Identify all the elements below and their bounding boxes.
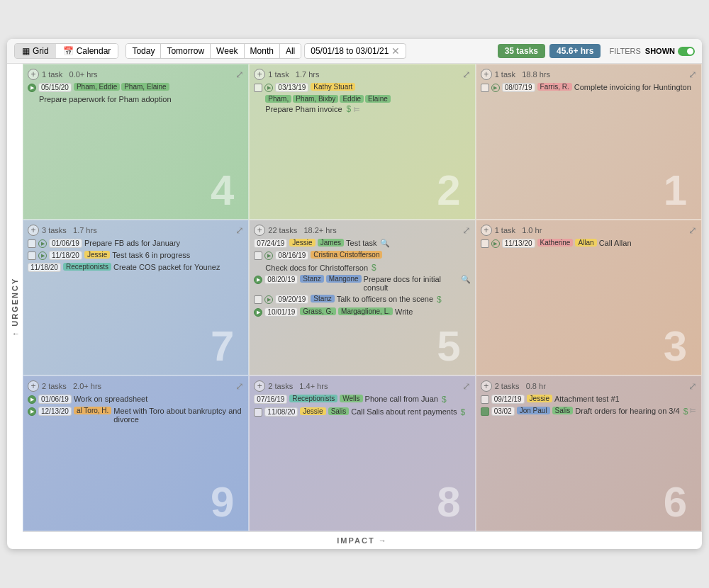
task-play-btn[interactable]: ▶ [38, 239, 47, 248]
task-date: 09/20/19 [275, 295, 308, 304]
task-date: 11/13/20 [502, 239, 535, 248]
expand-btn[interactable]: ⤢ [462, 225, 471, 236]
expand-btn[interactable]: ⤢ [462, 380, 471, 392]
expand-btn[interactable]: ⤢ [688, 225, 697, 236]
cell-number: 2 [437, 169, 460, 212]
cell-number: 4 [211, 169, 234, 212]
task-checkbox[interactable] [481, 239, 489, 248]
month-btn[interactable]: Month [245, 44, 280, 58]
add-task-btn[interactable]: + [481, 380, 492, 392]
task-text: Write [395, 307, 413, 316]
cell-header: + 3 tasks 1.7 hrs ⤢ [28, 225, 244, 236]
impact-label: IMPACT → [337, 536, 387, 545]
dollar-icon: $ [461, 407, 466, 417]
person-tag: Jessie [300, 407, 325, 415]
task-date: 08/07/19 [502, 83, 535, 92]
person-tag: Kathy Stuart [311, 83, 355, 91]
expand-btn[interactable]: ⤢ [688, 380, 697, 392]
person-tag: James [318, 239, 344, 247]
close-date-range-btn[interactable]: ✕ [391, 45, 400, 57]
task-play-btn[interactable]: ▶ [28, 395, 36, 404]
task-checkbox[interactable] [481, 84, 489, 92]
cell-number: 9 [211, 481, 234, 524]
task-text: Attachment test #1 [554, 395, 620, 403]
task-text: Create COS packet for Younez [113, 263, 220, 271]
task-date: 11/18/20 [28, 263, 61, 272]
filters-shown-toggle[interactable]: SHOWN [645, 47, 695, 56]
all-btn[interactable]: All [280, 44, 301, 58]
cell-header: + 1 task 0.0+ hrs ⤢ [28, 69, 244, 80]
task-play-btn[interactable]: ▶ [28, 84, 36, 92]
calendar-view-btn[interactable]: 📅 Calendar [56, 44, 118, 58]
cell-stats: 1 task 0.0+ hrs [42, 70, 98, 79]
add-task-btn[interactable]: + [254, 225, 265, 236]
cell-header: + 22 tasks 18.2+ hrs ⤢ [254, 225, 470, 236]
add-task-btn[interactable]: + [28, 225, 39, 236]
add-task-btn[interactable]: + [28, 380, 39, 392]
task-text: Prepare FB ads for January [84, 239, 180, 247]
add-task-btn[interactable]: + [254, 69, 265, 80]
add-task-btn[interactable]: + [254, 380, 265, 392]
task-checkbox[interactable] [481, 407, 489, 416]
task-item: ▶ 10/01/19 Grass, G. Margaglione, L. Wri… [254, 307, 470, 317]
task-play-btn[interactable]: ▶ [264, 251, 273, 260]
add-task-btn[interactable]: + [28, 69, 39, 80]
task-date: 08/20/19 [264, 275, 298, 284]
task-checkbox[interactable] [254, 408, 262, 417]
add-task-btn[interactable]: + [481, 225, 492, 236]
add-task-btn[interactable]: + [481, 69, 492, 80]
task-text: Call Salis about rent payments [351, 407, 457, 416]
cell-3: + 1 task 1.0 hr ⤢ ▶ 11/13/20 Katherine A… [476, 220, 702, 375]
matrix-grid: + 1 task 0.0+ hrs ⤢ ▶ 05/15/20 Pham, Edd… [23, 64, 702, 531]
expand-btn[interactable]: ⤢ [462, 69, 471, 80]
cell-number: 6 [664, 481, 687, 524]
task-date: 09/12/19 [491, 395, 525, 404]
task-checkbox[interactable] [254, 251, 262, 260]
task-item: ▶ 05/15/20 Pham, Eddie Pham, Elaine [28, 83, 244, 92]
task-play-btn[interactable]: ▶ [264, 295, 273, 304]
task-play-btn[interactable]: ▶ [491, 239, 500, 248]
date-range-display[interactable]: 05/01/18 to 03/01/21 ✕ [304, 43, 406, 59]
today-btn[interactable]: Today [126, 44, 161, 58]
task-play-btn[interactable]: ▶ [264, 84, 273, 92]
task-play-btn[interactable]: ▶ [491, 84, 500, 92]
grid-icon: ▦ [22, 46, 30, 56]
tomorrow-btn[interactable]: Tomorrow [161, 44, 211, 58]
task-play-btn[interactable]: ▶ [38, 251, 47, 260]
person-tag: Stanz [311, 295, 335, 303]
task-text: Meet with Toro about bankruptcy and divo… [113, 407, 244, 424]
task-checkbox[interactable] [28, 251, 36, 260]
expand-btn[interactable]: ⤢ [235, 380, 244, 392]
cell-stats: 3 tasks 1.7 hrs [42, 226, 97, 234]
dollar-icon: $ [437, 295, 442, 305]
task-item: ▶ 01/06/19 Prepare FB ads for January [28, 239, 244, 248]
task-play-btn[interactable]: ▶ [254, 308, 262, 317]
cell-5: + 22 tasks 18.2+ hrs ⤢ 07/24/19 Jessie J… [249, 220, 475, 375]
person-tag: Elaine [365, 95, 391, 103]
task-play-btn[interactable]: ▶ [28, 407, 36, 416]
task-checkbox[interactable] [254, 84, 262, 92]
cell-number: 1 [664, 169, 687, 212]
stats-group: 35 tasks 45.6+ hrs FILTERS SHOWN [498, 44, 695, 58]
task-text: Talk to officers on the scene [337, 295, 433, 303]
person-tag: Jon Paul [517, 407, 550, 414]
grid-view-btn[interactable]: ▦ Grid [15, 44, 56, 58]
expand-btn[interactable]: ⤢ [235, 225, 244, 236]
expand-btn[interactable]: ⤢ [688, 69, 697, 80]
task-checkbox[interactable] [28, 239, 36, 248]
task-text: Test task [346, 239, 376, 247]
task-checkbox[interactable] [254, 295, 262, 304]
week-btn[interactable]: Week [211, 44, 244, 58]
task-item: ▶ 08/16/19 Cristina Cristofferson [254, 251, 470, 260]
person-tag: Katherine [537, 239, 574, 247]
search-icon: 🔍 [380, 239, 390, 248]
person-tag: Grass, G. [300, 307, 336, 315]
task-play-btn[interactable]: ▶ [254, 276, 262, 284]
task-date: 03/02 [491, 407, 515, 416]
date-range-text: 05/01/18 to 03/01/21 [311, 46, 389, 56]
expand-btn[interactable]: ⤢ [235, 69, 244, 80]
task-checkbox[interactable] [481, 395, 489, 404]
shown-label: SHOWN [645, 47, 675, 55]
task-date: 11/08/20 [264, 407, 298, 417]
task-item: 11/08/20 Jessie Salis Call Salis about r… [254, 407, 470, 417]
